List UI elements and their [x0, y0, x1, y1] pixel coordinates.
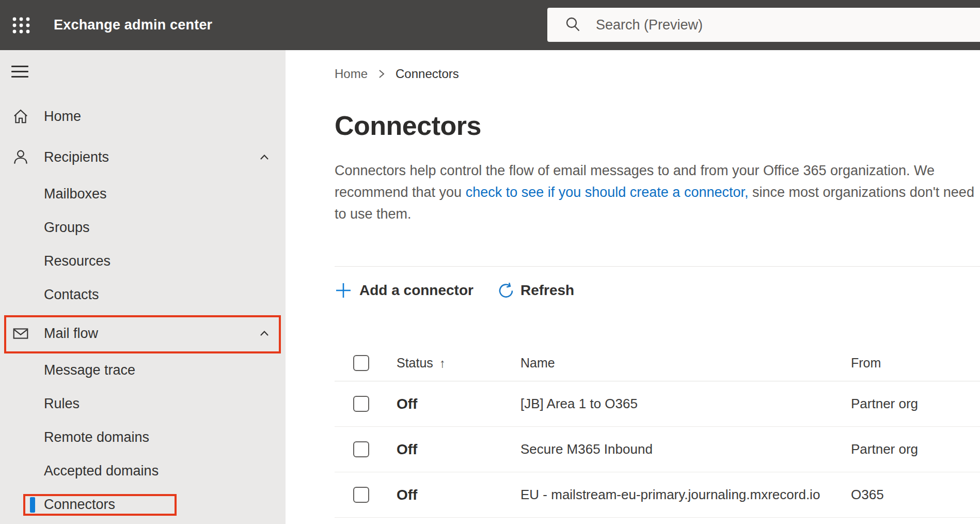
main-content: Home Connectors Connectors Connectors he…: [286, 50, 980, 524]
row-checkbox[interactable]: [353, 487, 369, 503]
chevron-right-icon: [377, 68, 386, 80]
search-input[interactable]: Search (Preview): [547, 8, 980, 42]
page-title: Connectors: [335, 110, 980, 141]
cell-from: Partner org: [851, 396, 980, 412]
sidebar-item-label: Home: [44, 109, 81, 125]
cell-from: Partner org: [851, 441, 980, 457]
sidebar-item-label: Connectors: [44, 497, 115, 513]
refresh-button[interactable]: Refresh: [497, 282, 574, 299]
sidebar-item-label: Accepted domains: [44, 463, 159, 479]
cell-name[interactable]: EU - mailstream-eu-primary.journaling.mx…: [520, 487, 851, 503]
add-connector-button[interactable]: Add a connector: [335, 282, 473, 299]
app-launcher-button[interactable]: [0, 0, 36, 50]
sidebar-item-recipients[interactable]: Recipients: [0, 137, 286, 177]
sidebar-item-contacts[interactable]: Contacts: [0, 278, 286, 312]
home-icon: [12, 107, 29, 125]
chevron-up-icon[interactable]: [258, 327, 271, 340]
search-icon: [564, 16, 582, 34]
mail-icon: [12, 325, 29, 342]
sidebar-item-accepted-domains[interactable]: Accepted domains: [0, 454, 286, 488]
page-description: Connectors help control the flow of emai…: [335, 160, 980, 225]
sidebar-item-label: Mailboxes: [44, 186, 107, 202]
sidebar-item-label: Remote domains: [44, 429, 149, 445]
column-header-status[interactable]: Status↑: [397, 356, 520, 371]
breadcrumb-home-link[interactable]: Home: [335, 67, 368, 81]
chevron-up-icon[interactable]: [258, 150, 271, 164]
sidebar-item-remote-domains[interactable]: Remote domains: [0, 421, 286, 454]
nav-collapse-button[interactable]: [0, 50, 286, 93]
cell-status: Off: [397, 396, 520, 412]
sidebar-item-label: Groups: [44, 220, 90, 236]
create-connector-check-link[interactable]: check to see if you should create a conn…: [466, 184, 749, 200]
sidebar-item-mail-flow[interactable]: Mail flow: [0, 313, 286, 353]
waffle-icon: [12, 16, 30, 35]
sidebar-item-groups[interactable]: Groups: [0, 211, 286, 244]
cell-status: Off: [397, 441, 520, 458]
sidebar-item-rules[interactable]: Rules: [0, 387, 286, 421]
hamburger-icon: [11, 62, 28, 81]
column-header-from[interactable]: From: [851, 356, 980, 371]
header-checkbox-cell: [335, 355, 397, 371]
sidebar-item-label: Rules: [44, 396, 80, 412]
cell-name[interactable]: [JB] Area 1 to O365: [520, 396, 851, 412]
table-header: Status↑ Name From: [335, 345, 980, 381]
sidebar-item-connectors[interactable]: Connectors: [0, 488, 286, 521]
cell-from: O365: [851, 487, 980, 503]
table-row[interactable]: Off EU - mailstream-eu-primary.journalin…: [335, 472, 980, 518]
row-checkbox-cell: [335, 487, 397, 503]
row-checkbox[interactable]: [353, 441, 369, 457]
row-checkbox-cell: [335, 441, 397, 457]
sidebar-item-message-trace[interactable]: Message trace: [0, 353, 286, 387]
sidebar-item-home[interactable]: Home: [0, 96, 286, 137]
selected-item-indicator: [30, 497, 35, 513]
sidebar-item-resources[interactable]: Resources: [0, 244, 286, 278]
sidebar-item-label: Resources: [44, 253, 110, 269]
table-row[interactable]: Off [JB] Area 1 to O365 Partner org: [335, 381, 980, 427]
sort-ascending-icon: ↑: [439, 356, 446, 370]
column-header-name[interactable]: Name: [520, 356, 851, 371]
sidebar-item-label: Contacts: [44, 287, 99, 303]
person-icon: [12, 148, 29, 166]
left-nav: Home Recipients Mailboxes Groups Reso: [0, 50, 286, 524]
row-checkbox[interactable]: [353, 396, 369, 412]
refresh-label: Refresh: [520, 282, 574, 299]
search-placeholder-text: Search (Preview): [596, 17, 703, 33]
sidebar-item-label: Recipients: [44, 149, 109, 165]
main-layout: Home Recipients Mailboxes Groups Reso: [0, 50, 980, 524]
sidebar-item-mailboxes[interactable]: Mailboxes: [0, 177, 286, 211]
app-title: Exchange admin center: [54, 17, 212, 33]
breadcrumb: Home Connectors: [335, 67, 980, 81]
plus-icon: [335, 282, 352, 299]
table-row[interactable]: Off Secure M365 Inbound Partner org: [335, 427, 980, 472]
row-checkbox-cell: [335, 396, 397, 412]
cell-status: Off: [397, 487, 520, 503]
top-app-bar: Exchange admin center Search (Preview): [0, 0, 980, 50]
select-all-checkbox[interactable]: [353, 355, 369, 371]
command-bar: Add a connector Refresh: [335, 267, 980, 314]
breadcrumb-current: Connectors: [396, 67, 459, 81]
sidebar-item-label: Message trace: [44, 362, 135, 378]
add-connector-label: Add a connector: [359, 282, 473, 299]
refresh-icon: [497, 282, 515, 299]
cell-name[interactable]: Secure M365 Inbound: [520, 441, 851, 457]
sidebar-item-label: Mail flow: [44, 326, 98, 342]
